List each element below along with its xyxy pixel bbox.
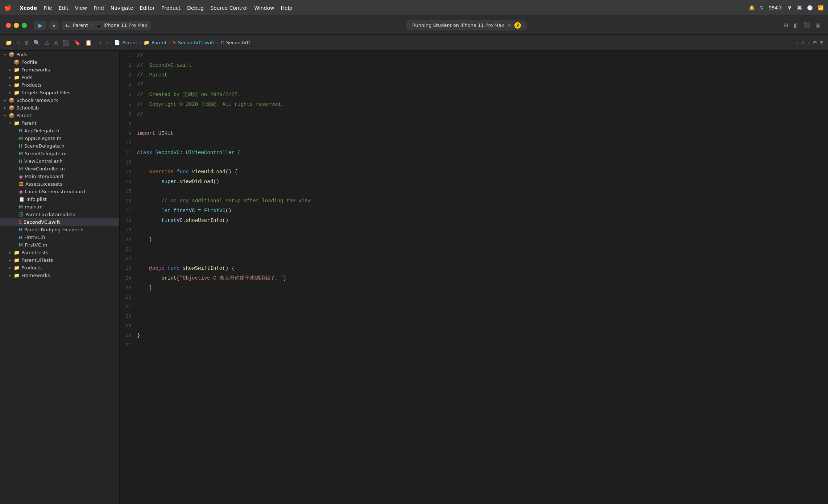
menu-find[interactable]: Find [94, 5, 104, 11]
debug-nav-icon[interactable]: ⬛ [62, 38, 71, 47]
tree-item-label: ViewController.h [24, 158, 63, 164]
tree-item-scenedelegate.m[interactable]: MSceneDelegate.m [0, 150, 119, 157]
line-content: // Created by 王斌绩 on 2020/2/27. [137, 90, 828, 99]
notification-icon[interactable]: 🔔 [749, 5, 755, 11]
close-button[interactable] [6, 23, 11, 28]
tree-item-frameworks[interactable]: 📁Frameworks [0, 272, 119, 279]
tree-item-podfile[interactable]: 📦Podfile [0, 58, 119, 66]
tree-item-pods[interactable]: 📁Pods [0, 74, 119, 81]
symbols-nav-icon[interactable]: ⊕ [23, 38, 30, 47]
tree-item-targets-support-files[interactable]: 📁Targets Support Files [0, 89, 119, 96]
code-line-29: 29 [120, 321, 828, 331]
menu-window[interactable]: Window [254, 5, 274, 11]
menu-navigate[interactable]: Navigate [111, 5, 133, 11]
forward-nav-icon[interactable]: › [105, 38, 109, 47]
tree-item-parent[interactable]: 📦Parent [0, 112, 119, 119]
token: let [161, 208, 170, 214]
token: // [137, 111, 143, 117]
grid-view-icon[interactable]: ⊞ [782, 21, 790, 30]
code-line-20: 20 } [120, 235, 828, 245]
assistant-icon[interactable]: ⊞ [820, 40, 824, 45]
device-icon: 📱 [96, 22, 102, 28]
menu-debug[interactable]: Debug [187, 5, 204, 11]
token [137, 208, 161, 214]
code-line-12: 12 [120, 158, 828, 167]
stop-button[interactable]: ■ [49, 21, 59, 30]
source-control-nav-icon[interactable]: ⑂ [16, 38, 21, 47]
panel-right-icon[interactable]: ▣ [814, 21, 822, 30]
menu-file[interactable]: File [44, 5, 52, 11]
line-number: 7 [120, 110, 137, 119]
tree-item-launchscreen.storyboard[interactable]: ◉LaunchScreen.storyboard [0, 188, 119, 195]
panel-bottom-icon[interactable]: ⬛ [802, 21, 812, 30]
apple-logo-icon[interactable]: 🍎 [4, 4, 12, 11]
minimize-button[interactable] [14, 23, 19, 28]
tree-item-schoolframework[interactable]: 📦SchoolFramework [0, 96, 119, 104]
token: // [137, 82, 143, 88]
token: UIKit [155, 131, 173, 136]
token: // [137, 53, 143, 58]
tree-item-products[interactable]: 📁Products [0, 264, 119, 272]
tree-item-appdelegate.h[interactable]: HAppDelegate.h [0, 127, 119, 135]
token [137, 218, 161, 223]
tree-item-viewcontroller.h[interactable]: HViewController.h [0, 157, 119, 165]
tree-item-products[interactable]: 📁Products [0, 81, 119, 89]
tree-item-assets.xcassets[interactable]: 🖼Assets.xcassets [0, 180, 119, 188]
code-editor[interactable]: 1//2// SecondVC.swift3// Parent4//5// Cr… [120, 51, 828, 504]
back-nav-icon[interactable]: ‹ [98, 38, 103, 47]
maximize-button[interactable] [22, 23, 27, 28]
line-number: 24 [120, 274, 137, 283]
bc-secondvc[interactable]: SecondVC [226, 40, 250, 45]
folder-file-icon: 📁 [14, 265, 20, 270]
tree-item-firstvc.m[interactable]: MFirstVC.m [0, 241, 119, 249]
bc-parent2[interactable]: Parent [152, 40, 167, 45]
menu-help[interactable]: Help [281, 5, 293, 11]
prev-issue-icon[interactable]: ‹ [796, 40, 798, 45]
token: () { [222, 265, 235, 271]
issues-nav-icon[interactable]: ⚠ [44, 38, 50, 47]
line-content: // Copyright © 2020 王斌绩. All rights rese… [137, 100, 828, 109]
report-nav-icon[interactable]: 📋 [84, 38, 93, 47]
mic-icon[interactable]: 🎙 [787, 5, 792, 11]
tree-item-secondvc.swift[interactable]: SSecondVC.swift [0, 218, 119, 226]
tree-item-parent.xcdatamodeld[interactable]: 🗄Parent.xcdatamodeld [0, 211, 119, 218]
next-issue-icon[interactable]: › [808, 40, 810, 45]
tree-item-parentuitests[interactable]: 📁ParentUITests [0, 256, 119, 264]
tree-item-main.m[interactable]: Mmain.m [0, 203, 119, 211]
token: override [149, 169, 174, 175]
target-selector[interactable]: 🏷 Parent › 📱 iPhone 11 Pro Max [62, 21, 151, 30]
tree-item-frameworks[interactable]: 📁Frameworks [0, 66, 119, 74]
breakpoints-nav-icon[interactable]: 🔖 [73, 38, 82, 47]
test-nav-icon[interactable]: ◎ [53, 38, 59, 47]
folder-nav-icon[interactable]: 📁 [4, 38, 13, 47]
code-line-10: 10 [120, 139, 828, 148]
panel-left-icon[interactable]: ◧ [792, 21, 800, 30]
tree-item-parent[interactable]: 📁Parent [0, 119, 119, 127]
tree-item-pods[interactable]: 📦Pods [0, 51, 119, 58]
line-number: 8 [120, 119, 137, 129]
tree-item-firstvc.h[interactable]: HFirstVC.h [0, 234, 119, 241]
search-nav-icon[interactable]: 🔍 [32, 38, 41, 47]
tree-item-parent-bridging-header.h[interactable]: HParent-Bridging-Header.h [0, 226, 119, 234]
menu-xcode[interactable]: Xcode [20, 5, 37, 11]
tree-item-main.storyboard[interactable]: ◉Main.storyboard [0, 173, 119, 180]
menu-view[interactable]: View [75, 5, 87, 11]
menu-source-control[interactable]: Source Control [210, 5, 248, 11]
menu-edit[interactable]: Edit [59, 5, 69, 11]
line-number: 11 [120, 148, 137, 158]
tree-item-viewcontroller.m[interactable]: MViewController.m [0, 165, 119, 173]
tree-item-appdelegate.m[interactable]: MAppDelegate.m [0, 135, 119, 142]
folder-file-icon: 📁 [14, 67, 20, 73]
tree-item-info.plist[interactable]: 📋Info.plist [0, 195, 119, 203]
menu-editor[interactable]: Editor [140, 5, 155, 11]
tree-item-label: Parent.xcdatamodeld [25, 212, 75, 217]
run-button[interactable]: ▶ [34, 21, 46, 30]
bc-parent1[interactable]: Parent [122, 40, 137, 45]
tree-item-parenttests[interactable]: 📁ParentTests [0, 249, 119, 256]
inspector-toggle-icon[interactable]: ⊟ [813, 40, 817, 45]
tree-item-scenedelegate.h[interactable]: HSceneDelegate.h [0, 142, 119, 150]
bc-secondvc-swift[interactable]: SecondVC.swift [178, 40, 214, 45]
line-content: // Do any additional setup after loading… [137, 196, 828, 206]
tree-item-schoollib[interactable]: 📦SchoolLib [0, 104, 119, 112]
menu-product[interactable]: Product [161, 5, 181, 11]
